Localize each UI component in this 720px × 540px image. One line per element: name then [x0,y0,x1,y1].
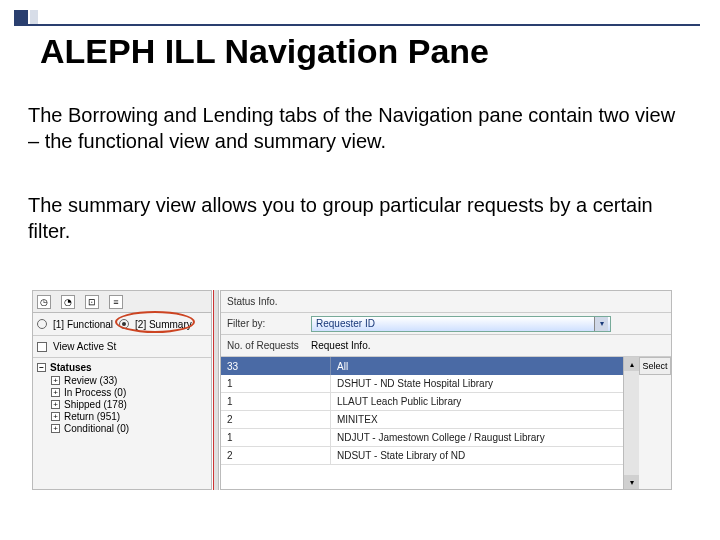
slide-accent-square [14,10,28,24]
tree-item: +Shipped (178) [37,399,207,410]
grid-header-row: 33 All [221,357,623,375]
content-pane: Status Info. Filter by: Requester ID ▾ N… [220,290,672,490]
status-info-label: Status Info. [221,296,311,307]
tree-collapse-icon[interactable]: − [37,363,46,372]
nav-icon-2[interactable]: ◔ [61,295,75,309]
table-row[interactable]: 2MINITEX [221,411,623,429]
tree-expand-icon[interactable]: + [51,376,60,385]
table-row[interactable]: 1NDJUT - Jamestown College / Raugust Lib… [221,429,623,447]
tree-item-label[interactable]: Conditional (0) [64,423,129,434]
grid-header-count: 33 [221,357,331,375]
cell-count: 2 [221,411,331,428]
cell-count: 1 [221,393,331,410]
cell-info: NDJUT - Jamestown College / Raugust Libr… [331,429,623,446]
radio-functional[interactable] [37,319,47,329]
results-grid: 33 All 1DSHUT - ND State Hospital Librar… [221,357,623,489]
tree-item-label[interactable]: Return (951) [64,411,120,422]
cell-info: NDSUT - State Library of ND [331,447,623,464]
view-active-checkbox[interactable] [37,342,47,352]
cell-info: LLAUT Leach Public Library [331,393,623,410]
nav-icon-3[interactable]: ⊡ [85,295,99,309]
tree-item: +In Process (0) [37,387,207,398]
filter-dropdown[interactable]: Requester ID ▾ [311,316,611,332]
pane-divider[interactable] [213,290,219,490]
tree-expand-icon[interactable]: + [51,412,60,421]
cell-info: DSHUT - ND State Hospital Library [331,375,623,392]
tree-item: +Conditional (0) [37,423,207,434]
slide-rule [14,24,700,26]
tree-item: +Review (33) [37,375,207,386]
cell-count: 2 [221,447,331,464]
page-title: ALEPH ILL Navigation Pane [40,32,489,71]
screenshot-region: ◷ ◔ ⊡ ≡ [1] Functional [2] Summary View … [32,290,672,490]
grid-header-a-outer: No. of Requests [221,340,311,351]
tree-expand-icon[interactable]: + [51,388,60,397]
view-mode-row: [1] Functional [2] Summary [33,313,211,335]
tree-expand-icon[interactable]: + [51,424,60,433]
status-tree: − Statuses +Review (33) +In Process (0) … [33,357,211,439]
chevron-down-icon: ▾ [594,317,608,331]
select-button[interactable]: Select [639,357,671,375]
intro-paragraph-2: The summary view allows you to group par… [28,192,690,244]
nav-icon-4[interactable]: ≡ [109,295,123,309]
grid-header-info: All [331,357,623,375]
radio-summary[interactable] [119,319,129,329]
filter-by-label: Filter by: [221,318,311,329]
cell-info: MINITEX [331,411,623,428]
scrollbar[interactable]: ▴ ▾ [623,357,639,489]
tree-item: +Return (951) [37,411,207,422]
cell-count: 1 [221,429,331,446]
cell-count: 1 [221,375,331,392]
radio-functional-label: [1] Functional [53,319,113,330]
table-row[interactable]: 1LLAUT Leach Public Library [221,393,623,411]
radio-summary-label: [2] Summary [135,319,192,330]
view-active-row: View Active St [33,335,211,357]
table-row[interactable]: 1DSHUT - ND State Hospital Library [221,375,623,393]
view-active-label: View Active St [53,341,116,352]
nav-icon-strip: ◷ ◔ ⊡ ≡ [33,291,211,313]
tree-expand-icon[interactable]: + [51,400,60,409]
scroll-up-icon[interactable]: ▴ [624,357,639,371]
filter-dropdown-value: Requester ID [316,318,375,329]
tree-item-label[interactable]: In Process (0) [64,387,126,398]
intro-paragraph-1: The Borrowing and Lending tabs of the Na… [28,102,690,154]
tree-item-label[interactable]: Shipped (178) [64,399,127,410]
table-row[interactable]: 2NDSUT - State Library of ND [221,447,623,465]
nav-pane: ◷ ◔ ⊡ ≡ [1] Functional [2] Summary View … [32,290,212,490]
scroll-down-icon[interactable]: ▾ [624,475,639,489]
slide-accent-bar [30,10,38,24]
tree-item-label[interactable]: Review (33) [64,375,117,386]
tree-root-label: Statuses [50,362,92,373]
nav-icon-1[interactable]: ◷ [37,295,51,309]
grid-header-b-outer: Request Info. [311,340,615,351]
